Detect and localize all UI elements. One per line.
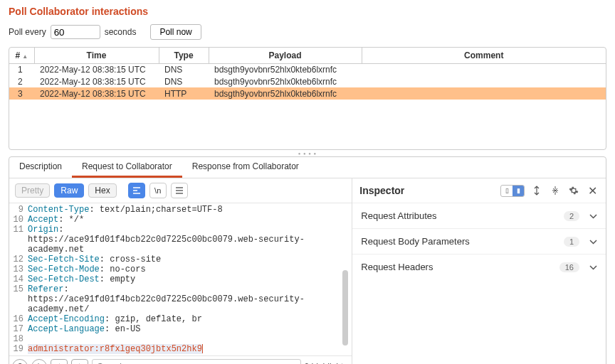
inspector-section-label: Request Headers: [361, 262, 433, 272]
chevron-down-icon: [589, 237, 597, 247]
table-cell: 2022-May-12 08:38:15 UTC: [34, 75, 159, 87]
splitter-grip-icon[interactable]: ● ● ● ●: [9, 153, 606, 155]
inspector-title: Inspector: [359, 185, 404, 196]
chevron-down-icon: [589, 211, 597, 221]
column-header[interactable]: #▲: [9, 48, 34, 63]
table-cell: bdsgth9yovbnr52hlx0kteb6lxrnfc: [209, 87, 362, 100]
line-number: 15: [9, 284, 28, 294]
table-cell: 2022-May-12 08:38:15 UTC: [34, 87, 159, 100]
settings-icon[interactable]: [567, 184, 580, 197]
code-line: Accept-Encoding: gzip, deflate, br: [28, 314, 202, 324]
line-number: 17: [9, 324, 28, 334]
table-row[interactable]: 22022-May-12 08:38:15 UTCDNSbdsgth9yovbn…: [9, 75, 606, 87]
count-badge: 1: [564, 237, 579, 247]
line-number: 13: [9, 264, 28, 274]
line-number: 11: [9, 225, 28, 235]
view-raw[interactable]: Raw: [54, 183, 84, 198]
tab-response[interactable]: Response from Collaborator: [182, 157, 309, 178]
table-row[interactable]: 12022-May-12 08:38:15 UTCDNSbdsgth9yovbn…: [9, 63, 606, 75]
search-prev-button[interactable]: [51, 359, 68, 364]
hamburger-icon[interactable]: [171, 183, 188, 198]
line-number: 12: [9, 255, 28, 264]
inspector-section-label: Request Body Parameters: [361, 236, 469, 247]
code-line: Accept-Language: en-US: [28, 324, 140, 334]
newline-toggle[interactable]: \n: [149, 183, 167, 198]
vertical-scrollbar[interactable]: [342, 202, 349, 353]
tab-request[interactable]: Request to Collaborator: [72, 157, 182, 178]
poll-interval-input[interactable]: [51, 25, 100, 39]
table-cell: [362, 75, 606, 87]
table-cell: DNS: [159, 75, 209, 87]
table-cell: DNS: [159, 63, 209, 75]
code-line-continuation: https://ace91fd01f4bcb22c0d7225c00bc0079…: [28, 235, 347, 255]
code-line: Accept: */*: [28, 215, 84, 225]
panel-title: Poll Collaborator interactions: [0, 0, 615, 20]
view-hex[interactable]: Hex: [88, 183, 116, 198]
table-row[interactable]: 32022-May-12 08:38:15 UTCHTTPbdsgth9yovb…: [9, 87, 606, 100]
inspector-section[interactable]: Request Headers16: [352, 254, 606, 279]
code-line: Content-Type: text/plain;charset=UTF-8: [28, 205, 223, 215]
code-line-continuation: https://ace91fd01f4bcb22c0d7225c00bc0079…: [28, 294, 347, 314]
inspector-section[interactable]: Request Body Parameters1: [352, 228, 606, 254]
line-number: 14: [9, 274, 28, 284]
inspector-panel: Inspector ▯▮ ✕: [352, 178, 606, 364]
poll-label-suffix: seconds: [105, 27, 137, 37]
line-number: 18: [9, 334, 28, 344]
search-next-button[interactable]: [71, 359, 88, 364]
table-cell: 1: [9, 63, 34, 75]
line-number: 16: [9, 314, 28, 324]
table-cell: bdsgth9yovbnr52hlx0kteb6lxrnfc: [209, 75, 362, 87]
view-pretty[interactable]: Pretty: [15, 183, 50, 198]
inspector-section[interactable]: Request Attributes2: [352, 203, 606, 228]
table-cell: 2: [9, 75, 34, 87]
wrap-toggle-icon[interactable]: [128, 183, 145, 198]
line-number: 19: [9, 344, 28, 354]
column-header[interactable]: Comment: [362, 48, 606, 63]
code-line: Sec-Fetch-Site: cross-site: [28, 255, 161, 264]
code-line: Origin:: [28, 225, 63, 235]
code-line: Referer:: [28, 284, 69, 294]
poll-controls: Poll every seconds Poll now: [0, 20, 615, 44]
code-line: administrator:r8fxlgeq30jbtx5n2hk9: [28, 344, 203, 354]
layout-toggle[interactable]: ▯▮: [500, 185, 525, 197]
interactions-table: #▲TimeTypePayloadComment 12022-May-12 08…: [9, 47, 606, 150]
detail-panel: Description Request to Collaborator Resp…: [9, 156, 606, 364]
code-line: [28, 334, 33, 344]
table-cell: bdsgth9yovbnr52hlx0kteb6lxrnfc: [209, 63, 362, 75]
table-cell: HTTP: [159, 87, 209, 100]
column-header[interactable]: Payload: [209, 48, 362, 63]
search-input[interactable]: [92, 359, 301, 364]
expand-vertical-icon[interactable]: [530, 184, 543, 197]
close-inspector-icon[interactable]: ✕: [586, 184, 599, 197]
column-header[interactable]: Type: [159, 48, 209, 63]
column-header[interactable]: Time: [34, 48, 159, 63]
sort-arrow-icon: ▲: [22, 53, 28, 60]
poll-label-prefix: Poll every: [9, 27, 46, 37]
collapse-icon[interactable]: [549, 184, 562, 197]
chevron-down-icon: [589, 262, 597, 272]
tab-description[interactable]: Description: [9, 157, 72, 178]
count-badge: 2: [564, 211, 579, 221]
table-cell: 2022-May-12 08:38:15 UTC: [34, 63, 159, 75]
line-number: 10: [9, 215, 28, 225]
table-cell: [362, 87, 606, 100]
code-line: Sec-Fetch-Mode: no-cors: [28, 264, 146, 274]
request-raw-view[interactable]: 9Content-Type: text/plain;charset=UTF-81…: [9, 203, 352, 355]
code-line: Sec-Fetch-Dest: empty: [28, 274, 135, 284]
inspector-section-label: Request Attributes: [361, 210, 436, 221]
table-cell: 3: [9, 87, 34, 100]
poll-now-button[interactable]: Poll now: [150, 24, 201, 40]
gear-icon[interactable]: [31, 359, 47, 364]
help-icon[interactable]: ?: [12, 359, 28, 364]
table-cell: [362, 63, 606, 75]
line-number: 9: [9, 205, 28, 215]
count-badge: 16: [559, 262, 579, 272]
